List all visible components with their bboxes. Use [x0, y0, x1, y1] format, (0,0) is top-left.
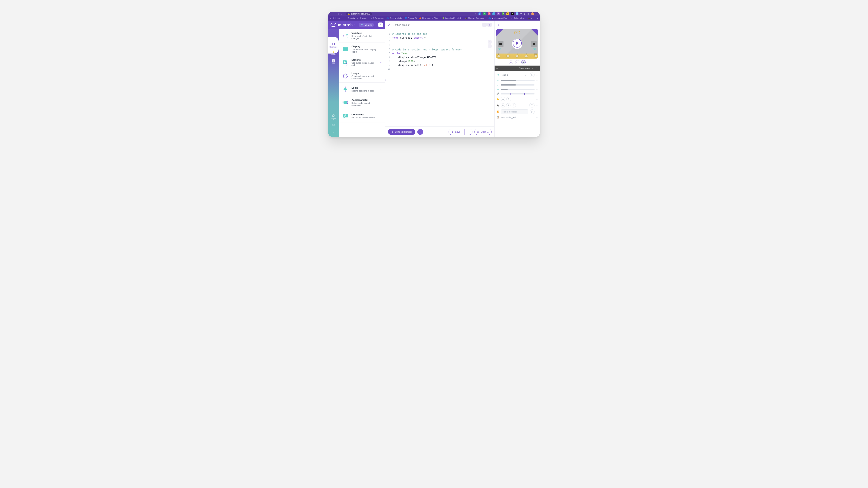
edge-pin-GND[interactable]: GND	[534, 55, 537, 58]
download-icon[interactable]: ⭳	[524, 13, 526, 15]
board-button-b[interactable]	[531, 41, 537, 47]
bookmark-item[interactable]: 🗀0. Inbox	[330, 17, 340, 20]
nav-back-icon[interactable]: ←	[330, 13, 332, 15]
reference-item-buttons[interactable]: Buttons Use button inputs in your code →	[339, 56, 385, 69]
restart-button[interactable]: ◌	[515, 60, 519, 64]
send-to-microbit-button[interactable]: Send to micro:bit	[388, 129, 415, 135]
settings-icon[interactable]: ⚙	[332, 123, 335, 127]
bookmark-item[interactable]: 🗀Fabacademy	[511, 17, 525, 20]
rail-tab-project[interactable]: Project	[331, 114, 336, 120]
chevron-down-icon[interactable]: ⌄	[536, 84, 538, 86]
bookmark-item[interactable]: 🗀1. Projects	[343, 17, 355, 20]
save-more-button[interactable]: ⋮	[464, 129, 472, 135]
chevron-down-icon[interactable]: ⌄	[536, 79, 538, 82]
chevron-down-icon[interactable]: ⌄	[536, 88, 538, 91]
ext-icon[interactable]: ●	[511, 12, 514, 15]
temperature-row: 🌡 ⌄	[496, 84, 538, 86]
datalog-row[interactable]: 📋 No rows logged ⌄	[496, 116, 538, 119]
radio-message-input[interactable]: Radio message	[501, 109, 528, 114]
redo-button[interactable]: ↷	[488, 44, 492, 48]
nav-home-icon[interactable]: ⌂	[341, 13, 343, 15]
chevron-down-icon[interactable]: ⌄	[536, 93, 538, 95]
ext-icon[interactable]: ■	[502, 12, 504, 15]
reference-item-variables[interactable]: a = Variables Keep track of data that ch…	[339, 29, 385, 42]
help-icon[interactable]: ?	[333, 130, 334, 134]
open-button[interactable]: 🗁 Open…	[474, 129, 492, 135]
drag-handle-icon[interactable]: ⋮	[385, 78, 387, 82]
temperature-slider[interactable]	[501, 85, 534, 86]
reference-item-accelerometer[interactable]: Accelerometer Detect gestures and moveme…	[339, 96, 385, 109]
rail-tab-api[interactable]: ＋ API	[332, 57, 335, 67]
gesture-select[interactable]: shake ⌄	[501, 73, 528, 77]
chevron-down-icon[interactable]: ⌄	[536, 104, 538, 107]
zoom-out-button[interactable]: －	[482, 23, 487, 27]
profile-avatar[interactable]	[531, 12, 534, 15]
bookmark-item[interactable]: 🌐Send to Kindle	[386, 17, 402, 20]
chevron-down-icon[interactable]: ⌄	[536, 110, 538, 113]
mute-button[interactable]: 🔊	[521, 60, 526, 64]
collapse-sidebar-button[interactable]: ⇤	[378, 23, 383, 27]
edge-pin-0[interactable]: 0	[497, 55, 500, 58]
zoom-in-button[interactable]: ＋	[487, 23, 492, 27]
sidepanel-icon[interactable]: ◫	[528, 13, 529, 15]
code-editor[interactable]: ⋮ ↶ ↷ 1# Imports go at the top 2from mic…	[385, 29, 494, 126]
chevron-down-icon[interactable]: ⌄	[536, 98, 538, 100]
ext-icon[interactable]: ◌	[516, 12, 519, 15]
nav-forward-icon[interactable]: →	[334, 13, 336, 15]
stop-button[interactable]: ■	[509, 60, 513, 64]
reference-item-logic[interactable]: Logic Making decisions in code →	[339, 83, 385, 96]
edge-pin-2[interactable]: 2	[516, 55, 519, 58]
reference-item-loops[interactable]: Loops Count and repeat sets of instructi…	[339, 69, 385, 83]
address-bar[interactable]: 🔒 python.microbit.org/v3	[346, 12, 372, 15]
save-button[interactable]: ⭳ Save	[449, 129, 463, 135]
ext-icon[interactable]: ▲	[483, 12, 486, 15]
reference-item-comments[interactable]: # Comments Explain your Python code →	[339, 109, 385, 123]
bookmark-item[interactable]: 🎓Murtaza Sinnarwal…	[465, 17, 486, 20]
nav-reload-icon[interactable]: ⟳	[338, 13, 339, 15]
kebab-icon[interactable]: ⋮	[536, 13, 538, 15]
bookmark-item[interactable]: 🔥New faces at Clim…	[419, 17, 440, 20]
pin-logo-button[interactable]: ⌒	[529, 103, 534, 107]
sim-pin-1[interactable]: 1	[506, 103, 510, 107]
kebab-icon[interactable]: ⋮	[536, 67, 538, 70]
microphone-slider[interactable]	[501, 93, 534, 94]
ext-icon[interactable]: R	[506, 12, 509, 15]
expand-simulator-button[interactable]: ⇥	[496, 23, 500, 27]
project-name[interactable]: Untitled project	[393, 24, 409, 26]
light-slider[interactable]	[501, 80, 534, 81]
sim-button-b[interactable]: B	[506, 97, 511, 101]
ext-icon[interactable]: k	[488, 12, 491, 15]
ext-icon[interactable]: ◆	[492, 12, 495, 15]
bookmark-item[interactable]: 🌐Academany / Fab…	[488, 17, 508, 20]
popout-icon[interactable]: ⧉	[496, 67, 498, 70]
bookmark-item[interactable]: 🗀2. Areas	[357, 17, 367, 20]
send-radio-button[interactable]: ▷	[530, 109, 534, 114]
ext-icon[interactable]: ✦	[497, 12, 500, 15]
send-gesture-button[interactable]: ▷	[530, 72, 534, 77]
reference-desc: The micro:bit's LED display output	[351, 48, 377, 53]
star-icon[interactable]: ☆	[475, 13, 476, 15]
edge-pin-1[interactable]: 1	[506, 55, 510, 58]
bookmark-item[interactable]: 🗀3. Resources	[370, 17, 384, 20]
board-button-a[interactable]	[498, 41, 503, 47]
undo-button[interactable]: ↶	[488, 40, 492, 44]
search-input[interactable]: 🔍 Search	[359, 23, 374, 27]
bookmark-item[interactable]: 🌀ConvertKit	[405, 17, 417, 20]
sim-button-a[interactable]: A	[501, 97, 505, 101]
bookmark-icon: 🗀	[357, 17, 359, 20]
send-more-button[interactable]: ⋮	[417, 129, 423, 135]
serial-bar[interactable]: ⧉ Show serial ⌄ ⋮	[495, 66, 540, 71]
chevron-down-icon[interactable]: ⌄	[536, 74, 538, 76]
bookmark-item[interactable]: 🎓Your name - Fab A…	[528, 17, 534, 20]
ext-icon[interactable]: ◎	[478, 12, 481, 15]
bookmarks-overflow-icon[interactable]: »	[536, 17, 538, 20]
edge-pin-3V[interactable]: 3V	[525, 55, 528, 58]
ext-icon[interactable]: ⧉	[520, 12, 522, 15]
sim-pin-0[interactable]: 0	[501, 103, 505, 107]
sim-pin-2[interactable]: 2	[512, 103, 516, 107]
edit-name-icon[interactable]	[388, 23, 391, 27]
compass-slider[interactable]	[501, 89, 534, 90]
reference-item-display[interactable]: Display The micro:bit's LED display outp…	[339, 42, 385, 56]
bookmark-item[interactable]: 📗Learning Module |…	[442, 17, 463, 20]
play-button[interactable]	[513, 39, 522, 47]
